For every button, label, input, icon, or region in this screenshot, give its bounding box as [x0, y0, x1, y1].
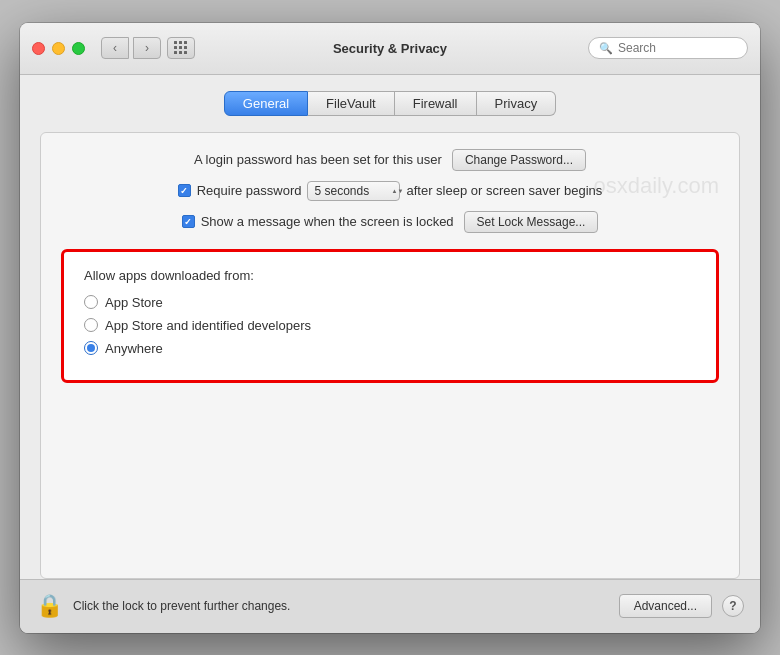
tab-bar: General FileVault Firewall Privacy [40, 91, 740, 116]
content-area: General FileVault Firewall Privacy osxda… [20, 75, 760, 579]
main-window: ‹ › Security & Privacy 🔍 General [20, 23, 760, 633]
set-lock-message-button[interactable]: Set Lock Message... [464, 211, 599, 233]
tab-firewall[interactable]: Firewall [395, 91, 477, 116]
advanced-button[interactable]: Advanced... [619, 594, 712, 618]
forward-icon: › [145, 41, 149, 55]
change-password-button[interactable]: Change Password... [452, 149, 586, 171]
titlebar: ‹ › Security & Privacy 🔍 [20, 23, 760, 75]
login-password-row: A login password has been set for this u… [61, 149, 719, 171]
radio-app-store-identified-button[interactable] [84, 318, 98, 332]
after-sleep-text: after sleep or screen saver begins [406, 183, 602, 198]
show-message-checkbox[interactable] [182, 215, 195, 228]
bottombar: 🔒 Click the lock to prevent further chan… [20, 579, 760, 633]
require-password-row: Require password 5 seconds immediately 1… [61, 181, 719, 201]
search-box[interactable]: 🔍 [588, 37, 748, 59]
settings-panel: osxdaily.com A login password has been s… [40, 132, 740, 579]
radio-anywhere-button[interactable] [84, 341, 98, 355]
show-message-label: Show a message when the screen is locked [201, 214, 454, 229]
radio-app-store-identified-label: App Store and identified developers [105, 318, 311, 333]
radio-app-store-button[interactable] [84, 295, 98, 309]
forward-button[interactable]: › [133, 37, 161, 59]
grid-view-button[interactable] [167, 37, 195, 59]
apps-section-title: Allow apps downloaded from: [84, 268, 696, 283]
lock-icon[interactable]: 🔒 [36, 593, 63, 619]
help-button[interactable]: ? [722, 595, 744, 617]
tab-filevault[interactable]: FileVault [308, 91, 395, 116]
maximize-button[interactable] [72, 42, 85, 55]
radio-anywhere[interactable]: Anywhere [84, 341, 696, 356]
allow-apps-section: Allow apps downloaded from: App Store Ap… [61, 249, 719, 383]
password-timing-select[interactable]: 5 seconds immediately 1 minute 5 minutes… [307, 181, 400, 201]
tab-privacy[interactable]: Privacy [477, 91, 557, 116]
traffic-lights [32, 42, 85, 55]
require-password-label: Require password [197, 183, 302, 198]
window-title: Security & Privacy [333, 41, 447, 56]
radio-anywhere-label: Anywhere [105, 341, 163, 356]
close-button[interactable] [32, 42, 45, 55]
nav-buttons: ‹ › [101, 37, 161, 59]
tab-general[interactable]: General [224, 91, 308, 116]
search-icon: 🔍 [599, 42, 613, 55]
password-timing-wrapper: 5 seconds immediately 1 minute 5 minutes… [301, 181, 406, 201]
lock-text: Click the lock to prevent further change… [73, 599, 609, 613]
radio-app-store-label: App Store [105, 295, 163, 310]
radio-app-store-identified[interactable]: App Store and identified developers [84, 318, 696, 333]
grid-icon [174, 41, 188, 55]
require-password-checkbox[interactable] [178, 184, 191, 197]
search-input[interactable] [618, 41, 737, 55]
radio-app-store[interactable]: App Store [84, 295, 696, 310]
back-icon: ‹ [113, 41, 117, 55]
back-button[interactable]: ‹ [101, 37, 129, 59]
show-message-row: Show a message when the screen is locked… [61, 211, 719, 233]
minimize-button[interactable] [52, 42, 65, 55]
login-password-text: A login password has been set for this u… [194, 152, 442, 167]
